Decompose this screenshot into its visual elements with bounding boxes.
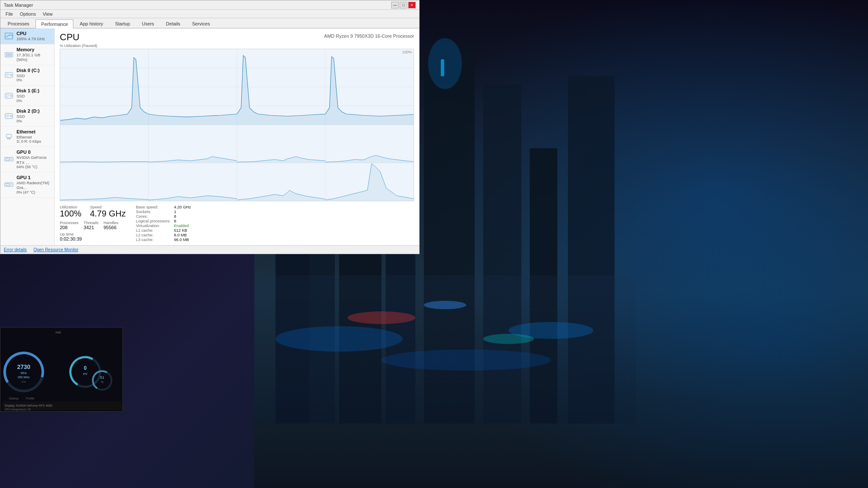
tab-processes[interactable]: Processes [2,19,35,28]
menu-file[interactable]: File [2,11,17,17]
sidebar-disk1-text: Disk 1 (E:) SSD 0% [17,88,51,103]
menu-bar: File Options View [0,10,419,18]
tab-details[interactable]: Details [161,19,186,28]
threads-label: Threads [83,220,98,225]
uptime-block: Up time 0:02:30:39 [60,232,126,241]
l3-label: L3 cache: [136,237,171,242]
svg-text:0: 0 [84,365,87,371]
menu-view[interactable]: View [39,11,56,17]
cpu-charts: 100% [60,49,414,201]
svg-rect-21 [6,53,12,56]
sidebar-gpu0-text: GPU 0 NVIDIA GeForce RTX ... 64% (56 °C) [17,150,51,169]
speed-block: Speed 4.79 GHz [90,205,125,218]
svg-point-17 [483,334,534,344]
error-details-link[interactable]: Error details [4,247,27,252]
virtualization-label: Virtualization: [136,223,171,228]
svg-text:1Hz: 1Hz [22,380,26,383]
sidebar-ethernet-text: Ethernet Ethernet S: 0 R: 0 Kbps [17,129,51,144]
tab-services[interactable]: Services [186,19,215,28]
svg-point-27 [10,74,12,76]
handles-label: Handles [103,220,118,225]
l2-value: 8.0 MB [174,233,191,237]
svg-rect-34 [5,114,13,119]
resource-monitor-link[interactable]: Open Resource Monitor [33,247,78,252]
svg-text:GPU temperature: 56: GPU temperature: 56 [5,408,31,411]
maximize-button[interactable]: □ [400,2,407,8]
uptime-label: Up time [60,232,126,236]
sidebar-item-disk1[interactable]: Disk 1 (E:) SSD 0% [0,86,54,106]
uptime-value: 0:02:30:39 [60,236,126,241]
task-manager-window: Task Manager — □ ✕ File Options View Pro… [0,0,420,254]
ethernet-icon [4,132,14,141]
utilization-speed-col: Utilization 100% Speed 4.79 GHz Processe… [60,205,126,242]
tab-bar: Processes Performance App history Startu… [0,18,419,28]
cpu-icon [4,32,14,40]
sidebar-item-cpu[interactable]: CPU 100% 4.79 GHz [0,28,54,44]
base-speed-value: 4.20 GHz [174,205,191,209]
svg-text:Display: NVIDIA GeForce RTX 40: Display: NVIDIA GeForce RTX 4090 [5,404,52,408]
gpu0-icon [4,155,14,164]
svg-point-9 [428,38,462,89]
tab-users[interactable]: Users [136,19,160,28]
svg-rect-44 [6,158,9,160]
disk1-icon [4,92,14,100]
svg-text:2730: 2730 [17,363,30,370]
threads-block: Threads 3421 [83,220,98,230]
minimize-button[interactable]: — [391,2,399,8]
sidebar-cpu-text: CPU 100% 4.79 GHz [17,31,51,42]
svg-text:050 MHz: 050 MHz [18,376,30,379]
l2-label: L2 cache: [136,233,171,237]
sidebar-disk1-label: Disk 1 (E:) [17,88,51,94]
panel-header: CPU AMD Ryzen 9 7950X3D 16-Core Processo… [60,32,414,43]
processes-value: 208 [60,225,78,230]
handles-value: 95566 [103,225,118,230]
close-button[interactable]: ✕ [408,2,416,8]
svg-text:msi: msi [56,330,61,334]
l3-value: 96.0 MB [174,237,191,242]
tab-performance[interactable]: Performance [36,19,73,28]
sockets-label: Sockets: [136,209,171,214]
svg-point-16 [348,311,415,324]
svg-rect-26 [5,72,13,78]
panel-title: CPU [60,32,79,43]
svg-point-13 [275,326,403,352]
cpu-overall-chart: 100% [60,49,414,125]
sidebar-ethernet-label: Ethernet [17,129,51,135]
sidebar-gpu0-sub2: 64% (56 °C) [17,165,51,169]
cpu-cores-chart [60,125,414,201]
stats-area: Utilization 100% Speed 4.79 GHz Processe… [60,205,414,242]
cores-label: Cores: [136,214,171,219]
processor-name: AMD Ryzen 9 7950X3D 16-Core Processor [324,32,414,39]
sidebar-disk0-text: Disk 0 (C:) SSD 0% [17,68,51,83]
svg-rect-52 [6,184,9,186]
svg-point-31 [10,95,12,97]
svg-rect-11 [441,59,444,76]
window-title: Task Manager [4,3,391,8]
sidebar-item-memory[interactable]: Memory 17.3/31.1 GB (56%) [0,44,54,65]
chart-label: % Utilization (Paused) [60,44,414,48]
sockets-value: 1 [174,209,191,214]
sidebar-memory-label: Memory [17,47,51,53]
logical-value: 8 [174,219,191,223]
tab-startup[interactable]: Startup [109,19,135,28]
sidebar-item-ethernet[interactable]: Ethernet Ethernet S: 0 R: 0 Kbps [0,127,54,147]
sidebar-memory-text: Memory 17.3/31.1 GB (56%) [17,47,51,62]
svg-text:MHz: MHz [21,372,27,374]
sidebar-item-disk0[interactable]: Disk 0 (C:) SSD 0% [0,65,54,86]
sidebar-item-gpu0[interactable]: GPU 0 NVIDIA GeForce RTX ... 64% (56 °C) [0,147,54,172]
menu-options[interactable]: Options [17,11,39,17]
virtualization-value: Enabled [174,223,191,228]
threads-value: 3421 [83,225,98,230]
sidebar-gpu1-sub1: AMD Radeon(TM) Gra... [17,180,51,190]
svg-marker-70 [60,162,149,163]
sidebar-item-disk2[interactable]: Disk 2 (D:) SSD 0% [0,106,54,126]
svg-point-35 [10,115,12,117]
footer-bar: Error details Open Resource Monitor [0,245,419,254]
disk2-icon [4,112,14,120]
svg-point-18 [424,301,466,309]
tab-app-history[interactable]: App history [74,19,108,28]
sidebar-item-gpu1[interactable]: GPU 1 AMD Radeon(TM) Gra... 0% (47 °C) [0,172,54,198]
svg-text:Profile: Profile [26,397,34,400]
chart-max-label: 100% [402,50,412,54]
sidebar-gpu1-sub2: 0% (47 °C) [17,190,51,195]
